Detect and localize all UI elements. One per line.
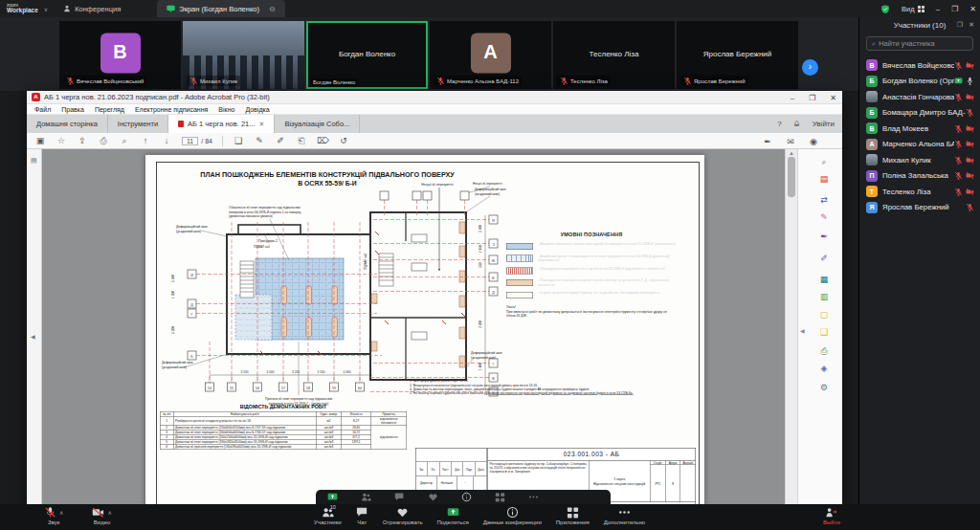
scroll-up-icon[interactable]: ▲ [789, 150, 794, 156]
tab-document-2[interactable]: Візуалізація Собо... [275, 115, 360, 133]
menu-item-файл[interactable]: Файл [34, 106, 51, 113]
scrollbar-thumb[interactable] [788, 157, 795, 197]
zoom-tool-icon[interactable]: ⌕ [817, 157, 831, 167]
chevron-up-icon[interactable]: ∧ [107, 509, 111, 516]
page-number-input[interactable]: 11 [182, 137, 198, 145]
participants-button[interactable]: 10Участники [314, 506, 342, 525]
participant-row[interactable]: ББогдан Воленко (Организатор) [859, 74, 980, 90]
search-icon[interactable]: ⌕ [119, 136, 130, 146]
participant-row[interactable]: ВВлад Мокеев [859, 121, 980, 137]
page-indicator[interactable]: 11 / 84 [182, 137, 212, 145]
participant-row[interactable]: АМарченко Альона БАД-112 [859, 137, 980, 153]
tab-tools[interactable]: Інструменти [108, 115, 168, 133]
next-page-button[interactable]: › [802, 59, 818, 76]
close-button[interactable]: ✕ [969, 5, 976, 13]
audio-button[interactable]: ∧Звук [44, 506, 63, 525]
menu-item-правка[interactable]: Правка [61, 106, 84, 113]
menu-item-перегляд[interactable]: Перегляд [95, 106, 124, 113]
menu-item-вікно[interactable]: Вікно [218, 106, 234, 113]
comment-icon[interactable]: ❑ [233, 136, 244, 146]
view-button[interactable]: Вид [902, 5, 924, 13]
share-file-icon[interactable]: ⇪ [77, 136, 88, 146]
participant-row[interactable]: ЯЯрослав Бережний [859, 200, 980, 216]
close-panel-icon[interactable]: ✕ [969, 21, 974, 29]
export-pdf-icon[interactable]: ▤ [817, 174, 831, 184]
minimize-button[interactable]: – [936, 5, 940, 13]
minimize-tab-icon[interactable]: ⊖ [269, 5, 276, 13]
apps-button[interactable]: Приложения [556, 506, 590, 525]
more-button[interactable]: Дополнительно [604, 506, 645, 525]
chevron-down-icon[interactable]: ∨ [44, 6, 48, 12]
table-title: ВІДОМІСТЬ ДЕМОНТАЖНИХ РОБІТ [160, 404, 407, 409]
tab-document-active[interactable]: АБ 1 черга нов. 21... ✕ [168, 115, 275, 133]
rotate-icon[interactable]: ↺ [338, 136, 349, 146]
page-down-icon[interactable]: ↓ [161, 136, 172, 146]
print-icon[interactable]: ⎙ [98, 136, 109, 146]
create-form-icon[interactable]: ▢ [817, 310, 831, 320]
menu-item-довідка[interactable]: Довідка [245, 106, 269, 113]
help-icon[interactable]: ? [777, 120, 781, 128]
page-up-icon[interactable]: ↑ [140, 136, 151, 146]
acrobat-titlebar[interactable]: A АБ 1 черга нов. 21.06.2023 подписан.pd… [27, 91, 842, 104]
signin-button[interactable]: Увійти [813, 120, 835, 128]
tab-screen-share[interactable]: Экран (Богдан Воленко) ⊖ [157, 0, 284, 17]
pencil-icon[interactable]: ✎ [254, 136, 265, 146]
search-input[interactable]: ⌕ Найти участника [866, 36, 973, 51]
react-button[interactable]: Отреагировать [383, 506, 423, 525]
chevron-up-icon[interactable]: ∧ [59, 509, 63, 516]
video-tile[interactable]: Ярослав БережнийЯрослав Бережний [677, 21, 798, 89]
share-button[interactable]: Поделиться [437, 506, 469, 525]
scan-ocr-icon[interactable]: ⎙ [817, 346, 831, 357]
popout-icon[interactable]: ❐ [957, 21, 963, 29]
comment-tool-icon[interactable]: ❑ [817, 327, 831, 337]
participant-row[interactable]: ППоліна Запальська [859, 168, 980, 185]
collapse-left-icon[interactable]: ◀ [31, 333, 35, 340]
stamp-icon[interactable]: ⎗ [296, 136, 307, 146]
video-tile[interactable]: АМарченко Альона БАД-112 [430, 21, 551, 89]
pdf-page[interactable]: ПЛАН ПОШКОДЖЕНЬ ЕЛЕМЕНТІВ КОНСТРУКЦІЙ ПІ… [145, 155, 704, 504]
chat-button[interactable]: Чат [356, 506, 368, 525]
request-sign-icon[interactable]: ✒ [817, 232, 831, 241]
axis-square [460, 191, 469, 200]
video-tile[interactable]: ВВячеслав Войцеховський [59, 21, 181, 89]
vertical-scrollbar[interactable]: ▲ [785, 149, 797, 504]
thumbnails-icon[interactable]: ▤ [31, 157, 37, 165]
close-tab-icon[interactable]: ✕ [259, 121, 265, 128]
favorites-star-icon[interactable]: ☆ [56, 136, 67, 146]
acrobat-restore-button[interactable]: ❐ [809, 94, 815, 102]
bell-icon[interactable]: 🕭 [793, 120, 801, 128]
tab-conference[interactable]: Конференция [54, 0, 130, 17]
participant-row[interactable]: Михаил Кулик [859, 152, 980, 168]
tab-home[interactable]: Домашня сторінка [27, 115, 108, 133]
signature-pen-icon[interactable]: ✒ [762, 137, 773, 146]
fill-sign-icon[interactable]: ✐ [817, 254, 831, 263]
participant-row[interactable]: ТТесленко Ліза [859, 184, 980, 200]
delete-icon[interactable]: ⌦ [317, 136, 328, 146]
video-tile[interactable]: Михаил Кулик [183, 21, 304, 89]
account-icon[interactable]: ◉ [808, 137, 819, 146]
organize-pages-icon[interactable]: ▥ [817, 292, 831, 301]
participant-row[interactable]: Анастасія Гончарова [859, 89, 980, 105]
save-icon[interactable]: ▣ [34, 136, 46, 146]
combine-files-icon[interactable]: ▦ [817, 275, 831, 284]
edit-pdf-icon[interactable]: ✎ [817, 212, 831, 222]
video-tile[interactable]: Тесленко ЛізаТесленко Ліза [553, 21, 675, 89]
nav-pane-rail[interactable]: ▤ ◀ [27, 149, 42, 504]
protect-icon[interactable]: ◈ [817, 364, 831, 373]
video-tile[interactable]: Богдан ВоленкоБогдан Воленко [306, 21, 428, 89]
svg-text:Г: Г [191, 313, 193, 317]
menu-item-електронне-підписання[interactable]: Електронне підписання [135, 106, 208, 113]
envelope-icon[interactable]: ✉ [785, 137, 796, 146]
create-pdf-icon[interactable]: ⇄ [817, 195, 831, 205]
maximize-button[interactable]: ❐ [951, 5, 958, 13]
meeting-info-button[interactable]: Данные конференции [483, 506, 542, 525]
participant-row[interactable]: ББомацара Дмитро БАД-114ск [859, 105, 980, 121]
collapse-tools-icon[interactable]: ◀ [800, 327, 805, 334]
more-tools-icon[interactable]: ⚙ [817, 383, 831, 392]
acrobat-close-button[interactable]: ✕ [830, 94, 836, 102]
acrobat-minimize-button[interactable]: – [791, 94, 794, 102]
video-button[interactable]: ∧Видео [92, 506, 111, 525]
highlighter-icon[interactable]: ✐ [275, 136, 286, 146]
participant-row[interactable]: ВВячеслав Войцеховський (Я) [859, 57, 980, 74]
leave-button[interactable]: Выйти [823, 506, 840, 525]
